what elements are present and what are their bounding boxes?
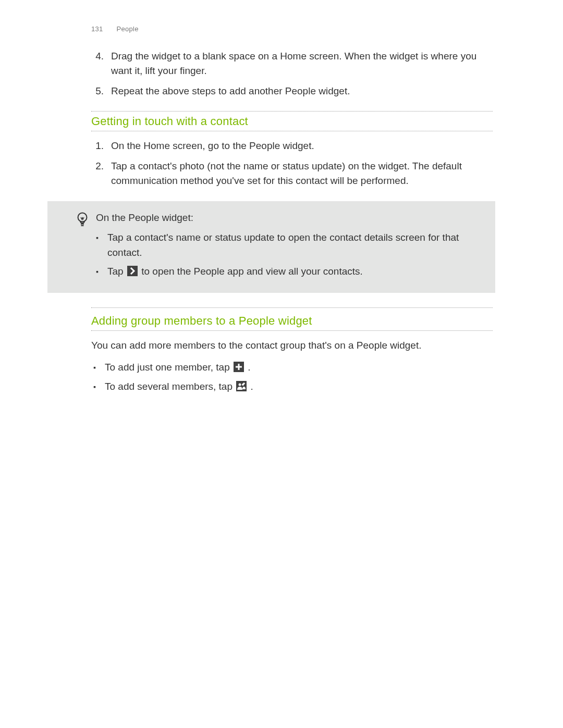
list-item: ▪ Tap a contact's name or status update … bbox=[96, 230, 485, 260]
list-item: ▪ To add several members, tap . bbox=[93, 379, 493, 394]
text-pre: To add several members, tap bbox=[105, 381, 235, 392]
group-add-icon bbox=[236, 381, 247, 391]
chevron-right-icon bbox=[127, 266, 138, 276]
list-item: 4. Drag the widget to a blank space on a… bbox=[91, 49, 493, 79]
page-header: 131 People bbox=[91, 24, 493, 34]
text-post: to open the People app and view all your… bbox=[141, 266, 363, 277]
bullet-icon: ▪ bbox=[93, 379, 105, 394]
section-name: People bbox=[117, 25, 139, 33]
divider bbox=[91, 307, 493, 308]
svg-point-5 bbox=[239, 383, 241, 386]
step-text: On the Home screen, go to the People wid… bbox=[111, 139, 493, 154]
step-number: 1. bbox=[91, 139, 111, 154]
tip-callout: On the People widget: ▪ Tap a contact's … bbox=[47, 201, 495, 293]
continued-steps-list: 4. Drag the widget to a blank space on a… bbox=[91, 49, 493, 99]
tip-bullet-list: ▪ Tap a contact's name or status update … bbox=[96, 230, 485, 279]
bullet-icon: ▪ bbox=[96, 264, 107, 279]
step-text: Tap a contact's photo (not the name or s… bbox=[111, 159, 493, 189]
list-item: 5. Repeat the above steps to add another… bbox=[91, 84, 493, 99]
section-intro: You can add more members to the contact … bbox=[91, 338, 493, 353]
plus-icon bbox=[234, 362, 244, 372]
adding-members-list: ▪ To add just one member, tap . ▪ To add… bbox=[93, 360, 493, 394]
list-item: 2. Tap a contact's photo (not the name o… bbox=[91, 159, 493, 189]
list-item: 1. On the Home screen, go to the People … bbox=[91, 139, 493, 154]
bullet-text: To add several members, tap . bbox=[105, 379, 253, 394]
text-post: . bbox=[248, 362, 250, 373]
tip-body: On the People widget: ▪ Tap a contact's … bbox=[96, 211, 485, 283]
step-number: 4. bbox=[91, 49, 111, 79]
step-number: 2. bbox=[91, 159, 111, 189]
section-heading-getting-in-touch: Getting in touch with a contact bbox=[91, 111, 493, 131]
list-item: ▪ Tap to open the People app and view al… bbox=[96, 264, 485, 279]
tip-intro: On the People widget: bbox=[96, 211, 485, 226]
step-number: 5. bbox=[91, 84, 111, 99]
step-text: Drag the widget to a blank space on a Ho… bbox=[111, 49, 493, 79]
step-text: Repeat the above steps to add another Pe… bbox=[111, 84, 493, 99]
section-heading-adding-members: Adding group members to a People widget bbox=[91, 311, 493, 331]
text-pre: Tap bbox=[107, 266, 126, 277]
bullet-icon: ▪ bbox=[96, 230, 107, 260]
getting-in-touch-steps: 1. On the Home screen, go to the People … bbox=[91, 139, 493, 189]
bullet-icon: ▪ bbox=[93, 360, 105, 375]
text-pre: To add just one member, tap bbox=[105, 362, 232, 373]
bullet-text: To add just one member, tap . bbox=[105, 360, 251, 375]
bullet-text: Tap a contact's name or status update to… bbox=[107, 230, 485, 260]
text-post: . bbox=[251, 381, 253, 392]
bullet-text: Tap to open the People app and view all … bbox=[107, 264, 363, 279]
document-page: 131 People 4. Drag the widget to a blank… bbox=[0, 0, 563, 394]
list-item: ▪ To add just one member, tap . bbox=[93, 360, 493, 375]
page-number: 131 bbox=[91, 25, 103, 33]
lightbulb-icon bbox=[76, 212, 89, 283]
